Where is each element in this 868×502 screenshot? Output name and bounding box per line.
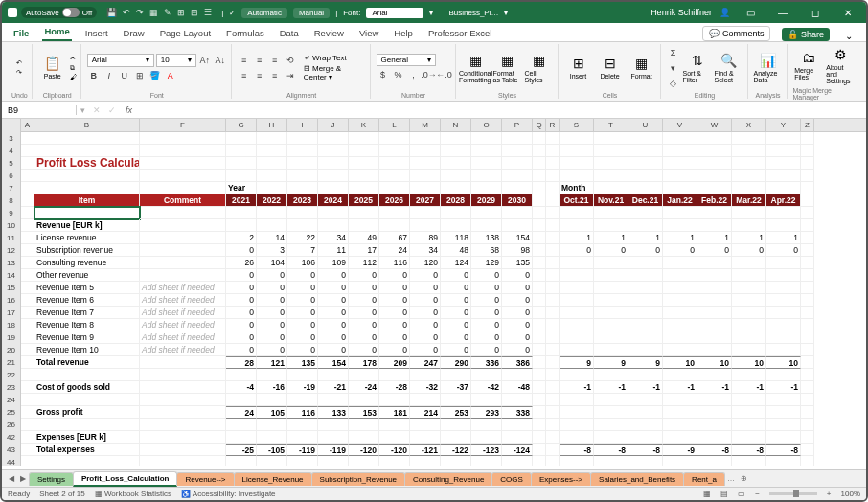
- align-mid-icon[interactable]: ≡: [253, 54, 266, 67]
- cell[interactable]: [801, 157, 814, 170]
- cell[interactable]: [560, 132, 594, 145]
- cell[interactable]: [801, 182, 814, 194]
- cell[interactable]: [140, 170, 226, 182]
- cell[interactable]: [594, 170, 628, 182]
- bold-icon[interactable]: B: [87, 69, 101, 82]
- sheet-tab[interactable]: Expenses-->: [531, 472, 591, 486]
- cell[interactable]: Revenue Item 7: [34, 307, 140, 319]
- cell[interactable]: -105: [257, 444, 287, 456]
- cell[interactable]: [560, 307, 594, 319]
- cell[interactable]: [257, 394, 287, 406]
- cell[interactable]: [226, 394, 257, 406]
- cell[interactable]: [560, 257, 594, 269]
- cell[interactable]: 0: [318, 282, 349, 294]
- sheet-tab[interactable]: Settings: [29, 472, 74, 486]
- cell[interactable]: Gross profit: [34, 406, 140, 419]
- cell[interactable]: Total expenses: [34, 444, 140, 456]
- cell[interactable]: [441, 170, 471, 182]
- save-icon[interactable]: 💾: [106, 8, 117, 17]
- cell[interactable]: [663, 157, 697, 170]
- cell[interactable]: [533, 456, 546, 466]
- clear-icon[interactable]: ◇: [667, 77, 680, 90]
- cell[interactable]: [410, 369, 441, 381]
- cell[interactable]: [801, 394, 814, 406]
- cell[interactable]: [766, 331, 801, 344]
- cell[interactable]: 0: [410, 331, 441, 344]
- cell[interactable]: [801, 456, 814, 466]
- redo-icon[interactable]: ↷: [136, 8, 144, 17]
- cell[interactable]: -1: [732, 381, 766, 394]
- cell[interactable]: [140, 369, 226, 381]
- cell[interactable]: [533, 331, 546, 344]
- tab-data[interactable]: Data: [278, 25, 301, 41]
- cell[interactable]: [287, 207, 318, 219]
- cell[interactable]: [732, 319, 766, 331]
- cell[interactable]: [766, 344, 801, 356]
- cell[interactable]: [628, 182, 663, 194]
- cell[interactable]: [257, 170, 287, 182]
- cell[interactable]: [732, 419, 766, 431]
- cell[interactable]: [226, 219, 257, 232]
- cell[interactable]: [471, 431, 502, 444]
- cell[interactable]: -16: [257, 381, 287, 394]
- cell[interactable]: [379, 394, 410, 406]
- cell[interactable]: 135: [287, 356, 318, 369]
- cell[interactable]: [502, 219, 533, 232]
- cell[interactable]: [502, 369, 533, 381]
- cell[interactable]: Year: [226, 182, 257, 194]
- cell[interactable]: 9: [628, 356, 663, 369]
- zoom-level[interactable]: 100%: [841, 490, 860, 498]
- cell[interactable]: [287, 419, 318, 431]
- cell[interactable]: [140, 244, 226, 257]
- cell[interactable]: [801, 307, 814, 319]
- worksheet-grid[interactable]: ABFGHIJKLMNOPQRSTUVWXYZ345Profit Loss Ca…: [2, 119, 866, 466]
- cell[interactable]: [663, 319, 697, 331]
- cell[interactable]: [766, 182, 801, 194]
- cell[interactable]: [546, 145, 560, 157]
- cell[interactable]: [546, 157, 560, 170]
- cell[interactable]: [379, 456, 410, 466]
- cell[interactable]: [379, 431, 410, 444]
- cell[interactable]: [441, 219, 471, 232]
- cell[interactable]: [697, 369, 732, 381]
- cell[interactable]: Add sheet if needed: [140, 344, 226, 356]
- cell[interactable]: 0: [257, 282, 287, 294]
- cell[interactable]: 26: [226, 257, 257, 269]
- cell[interactable]: 1: [594, 232, 628, 244]
- cell[interactable]: [471, 419, 502, 431]
- cell[interactable]: [318, 431, 349, 444]
- cell[interactable]: [766, 431, 801, 444]
- cell[interactable]: [533, 394, 546, 406]
- cell[interactable]: [628, 132, 663, 145]
- cell[interactable]: [594, 419, 628, 431]
- cell[interactable]: [349, 157, 379, 170]
- cell[interactable]: 22: [287, 232, 318, 244]
- cell[interactable]: [560, 344, 594, 356]
- cell[interactable]: [379, 170, 410, 182]
- cell[interactable]: -32: [410, 381, 441, 394]
- cell[interactable]: [546, 406, 560, 419]
- cell[interactable]: [697, 406, 732, 419]
- tab-insert[interactable]: Insert: [83, 25, 110, 41]
- cell[interactable]: -25: [226, 444, 257, 456]
- cell[interactable]: 0: [287, 331, 318, 344]
- cell[interactable]: Subscription revenue: [34, 244, 140, 257]
- cell[interactable]: [628, 394, 663, 406]
- cell[interactable]: 1: [628, 232, 663, 244]
- cell[interactable]: [34, 182, 140, 194]
- cell[interactable]: [471, 219, 502, 232]
- cell[interactable]: 153: [349, 406, 379, 419]
- cell[interactable]: 0: [257, 269, 287, 282]
- cell[interactable]: 0: [226, 307, 257, 319]
- format-painter-icon[interactable]: 🖌: [70, 74, 77, 80]
- cell[interactable]: 0: [502, 269, 533, 282]
- cell[interactable]: [628, 170, 663, 182]
- cell[interactable]: [663, 170, 697, 182]
- cond-format-button[interactable]: ▦Conditional Formatting: [462, 47, 491, 89]
- cell[interactable]: 336: [471, 356, 502, 369]
- view-page-icon[interactable]: ▤: [720, 490, 728, 498]
- name-box[interactable]: B9: [2, 105, 77, 115]
- share-button[interactable]: 🔓 Share: [782, 28, 830, 41]
- cell[interactable]: [287, 170, 318, 182]
- cell[interactable]: [594, 282, 628, 294]
